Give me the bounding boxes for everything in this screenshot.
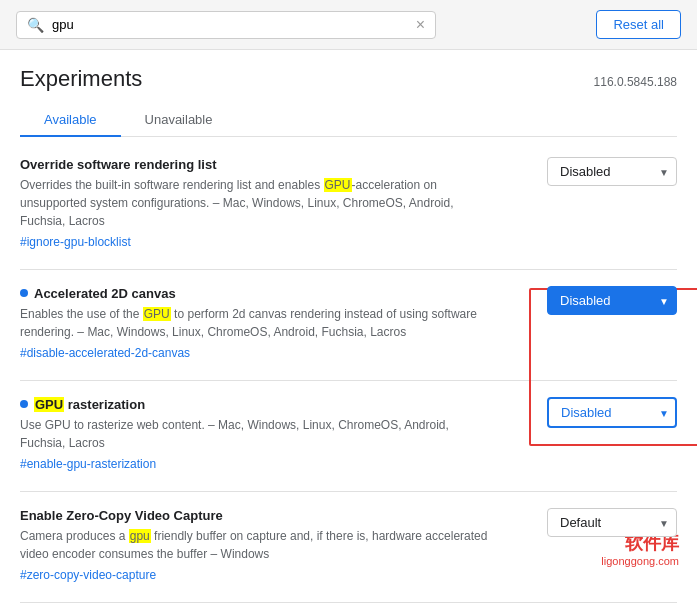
divider	[20, 269, 677, 270]
watermark-line2: ligonggong.com	[601, 555, 679, 567]
highlight-gpu: gpu	[129, 529, 151, 543]
reset-all-button[interactable]: Reset all	[596, 10, 681, 39]
experiment-link[interactable]: #zero-copy-video-capture	[20, 568, 156, 582]
experiment-content: Enable Zero-Copy Video Capture Camera pr…	[20, 508, 517, 582]
experiment-title: Override software rendering list	[20, 157, 497, 172]
select-wrapper: Disabled Default Enabled ▼	[547, 397, 677, 428]
select-wrapper: Disabled Default Enabled ▼	[547, 157, 677, 186]
page-title: Experiments	[20, 66, 142, 92]
blue-dot-icon	[20, 289, 28, 297]
highlight-gpu: GPU	[324, 178, 352, 192]
experiment-content: GPU rasterization Use GPU to rasterize w…	[20, 397, 517, 471]
search-input[interactable]	[52, 17, 416, 32]
top-bar: 🔍 × Reset all	[0, 0, 697, 50]
tab-unavailable[interactable]: Unavailable	[121, 104, 237, 137]
experiment-desc: Use GPU to rasterize web content. – Mac,…	[20, 416, 497, 452]
clear-icon[interactable]: ×	[416, 17, 425, 33]
experiment-link[interactable]: #enable-gpu-rasterization	[20, 457, 156, 471]
blue-dot-icon	[20, 400, 28, 408]
select-wrapper: Default Disabled Enabled ▼	[547, 508, 677, 537]
divider	[20, 602, 677, 603]
experiment-desc: Camera produces a gpu friendly buffer on…	[20, 527, 497, 563]
experiment-content: Override software rendering list Overrid…	[20, 157, 517, 249]
select-control[interactable]: Disabled Default Enabled	[547, 157, 677, 186]
control-area: Disabled Default Enabled ▼	[517, 286, 677, 315]
control-area: Disabled Default Enabled ▼	[517, 397, 677, 428]
search-icon: 🔍	[27, 17, 44, 33]
highlight-gpu: GPU	[34, 397, 64, 412]
experiment-desc: Overrides the built-in software renderin…	[20, 176, 497, 230]
select-control-outlined[interactable]: Disabled Default Enabled	[547, 397, 677, 428]
experiment-link[interactable]: #disable-accelerated-2d-canvas	[20, 346, 190, 360]
version-text: 116.0.5845.188	[594, 75, 677, 89]
experiment-title: Accelerated 2D canvas	[20, 286, 497, 301]
experiment-item: Accelerated 2D canvas Enables the use of…	[20, 286, 677, 360]
experiment-title: Enable Zero-Copy Video Capture	[20, 508, 497, 523]
experiment-content: Accelerated 2D canvas Enables the use of…	[20, 286, 517, 360]
control-area: Disabled Default Enabled ▼	[517, 157, 677, 186]
experiments-header: Experiments 116.0.5845.188	[20, 66, 677, 92]
select-control-blue[interactable]: Disabled Default Enabled	[547, 286, 677, 315]
main-content: Experiments 116.0.5845.188 Available Una…	[0, 50, 697, 607]
experiment-title: GPU rasterization	[20, 397, 497, 412]
experiment-item: Override software rendering list Overrid…	[20, 157, 677, 249]
divider	[20, 491, 677, 492]
experiment-item: Enable Zero-Copy Video Capture Camera pr…	[20, 508, 677, 582]
tab-available[interactable]: Available	[20, 104, 121, 137]
tabs: Available Unavailable	[20, 104, 677, 137]
divider	[20, 380, 677, 381]
select-control[interactable]: Default Disabled Enabled	[547, 508, 677, 537]
select-wrapper: Disabled Default Enabled ▼	[547, 286, 677, 315]
control-area: 软件库 ligonggong.com Default Disabled Enab…	[517, 508, 677, 537]
highlight-gpu: GPU	[143, 307, 171, 321]
experiment-item: GPU rasterization Use GPU to rasterize w…	[20, 397, 677, 471]
experiment-link[interactable]: #ignore-gpu-blocklist	[20, 235, 131, 249]
experiment-desc: Enables the use of the GPU to perform 2d…	[20, 305, 497, 341]
search-container: 🔍 ×	[16, 11, 436, 39]
